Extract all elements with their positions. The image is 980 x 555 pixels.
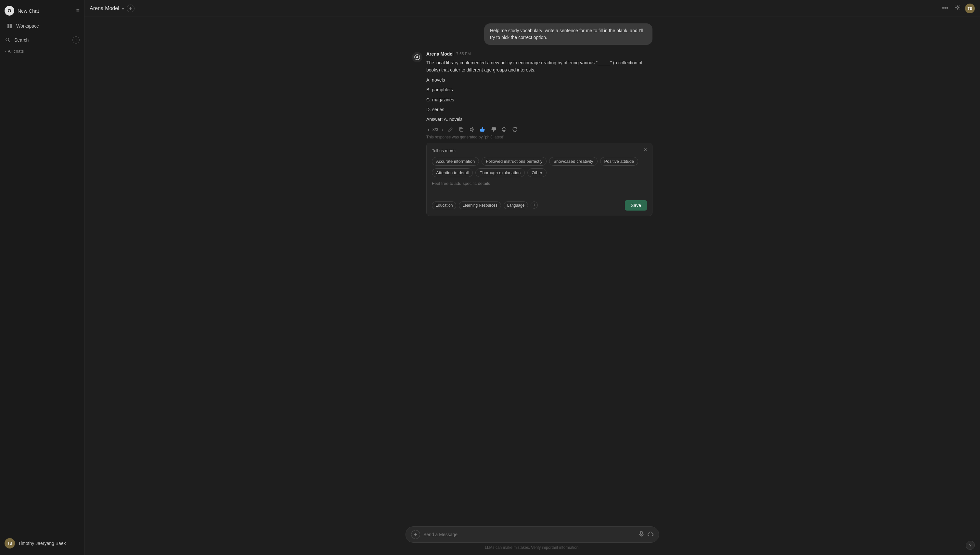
input-box: +: [406, 526, 659, 543]
option-a: A. novels: [426, 76, 653, 83]
thumbdown-button[interactable]: [489, 126, 498, 133]
chevron-right-icon: ›: [5, 49, 6, 54]
svg-point-11: [502, 128, 506, 132]
sidebar: O New Chat ≡ Workspace Search + › All ch…: [0, 0, 85, 555]
assistant-header: Arena Model 7:55 PM: [426, 51, 653, 56]
assistant-content: Arena Model 7:55 PM The local library im…: [426, 51, 653, 216]
thumbup-button[interactable]: [478, 126, 487, 133]
feedback-details-input[interactable]: [432, 181, 647, 194]
search-left: Search: [5, 37, 29, 43]
sidebar-item-workspace[interactable]: Workspace: [2, 19, 82, 32]
chat-area: Help me study vocabulary: write a senten…: [85, 17, 980, 523]
user-name: Timothy Jaeryang Baek: [18, 541, 66, 546]
all-chats-row[interactable]: › All chats: [0, 47, 84, 56]
svg-rect-14: [640, 531, 642, 534]
nav-count: 3/3: [433, 127, 438, 132]
feedback-save-button[interactable]: Save: [625, 200, 647, 210]
headphone-icon[interactable]: [648, 531, 653, 539]
user-message-wrapper: Help me study vocabulary: write a senten…: [412, 23, 653, 45]
option-b: B. pamphlets: [426, 86, 653, 93]
mic-icon[interactable]: [638, 531, 644, 539]
svg-point-8: [416, 56, 418, 58]
emoji-button[interactable]: [500, 126, 508, 133]
user-profile[interactable]: TB Timothy Jaeryang Baek: [0, 534, 84, 552]
tag-other[interactable]: Other: [528, 168, 547, 177]
answer-line: Answer: A. novels: [426, 115, 653, 123]
feedback-tags: Accurate information Followed instructio…: [432, 157, 647, 177]
search-add-icon[interactable]: +: [72, 36, 80, 43]
assistant-message: Arena Model 7:55 PM The local library im…: [412, 51, 653, 216]
all-chats-label: All chats: [8, 49, 24, 54]
assistant-response-text: The local library implemented a new poli…: [426, 59, 653, 74]
svg-line-5: [8, 41, 10, 42]
svg-point-4: [6, 38, 9, 41]
message-input[interactable]: [423, 532, 635, 537]
app-logo: O: [5, 6, 14, 16]
menu-icon[interactable]: ≡: [76, 8, 80, 14]
workspace-label: Workspace: [16, 23, 39, 29]
speak-button[interactable]: [468, 126, 476, 133]
feedback-footer: Education Learning Resources Language + …: [432, 200, 647, 210]
header-add-button[interactable]: +: [127, 5, 135, 12]
edit-button[interactable]: [446, 126, 455, 133]
copy-button[interactable]: [457, 126, 466, 133]
tag-attention[interactable]: Attention to detail: [432, 168, 473, 177]
chat-header: Arena Model ▾ + ••• TB: [85, 0, 980, 17]
svg-rect-17: [652, 534, 653, 536]
user-message-bubble: Help me study vocabulary: write a senten…: [484, 23, 653, 45]
option-c: C. magazines: [426, 96, 653, 103]
svg-point-12: [503, 129, 504, 129]
input-area: + LLMs can make mistakes. Verify importa…: [85, 523, 980, 555]
feedback-close-button[interactable]: ×: [644, 147, 647, 153]
label-learning-resources[interactable]: Learning Resources: [459, 202, 501, 209]
label-education[interactable]: Education: [432, 202, 456, 209]
nav-prev-button[interactable]: ‹: [426, 126, 431, 133]
feedback-labels: Education Learning Resources Language +: [432, 202, 538, 209]
tag-followed[interactable]: Followed instructions perfectly: [481, 157, 547, 166]
svg-rect-2: [8, 26, 10, 28]
header-more-icon[interactable]: •••: [940, 3, 950, 13]
search-label: Search: [14, 37, 29, 43]
assistant-name: Arena Model: [426, 51, 454, 56]
title-chevron-icon[interactable]: ▾: [122, 6, 124, 11]
help-button[interactable]: ?: [966, 541, 975, 550]
new-chat-button[interactable]: O New Chat ≡: [0, 3, 84, 19]
tag-thorough[interactable]: Thorough explanation: [475, 168, 525, 177]
chat-inner: Help me study vocabulary: write a senten…: [406, 23, 659, 223]
disclaimer-text: LLMs can make mistakes. Verify important…: [485, 545, 579, 550]
main-content: Arena Model ▾ + ••• TB Help me study voc…: [85, 0, 980, 555]
add-label-button[interactable]: +: [531, 202, 538, 209]
label-language[interactable]: Language: [504, 202, 528, 209]
feedback-card: × Tell us more: Accurate information Fol…: [426, 143, 653, 216]
workspace-icon: [6, 23, 13, 29]
svg-point-13: [505, 129, 505, 129]
svg-rect-16: [648, 534, 649, 536]
nav-next-button[interactable]: ›: [440, 126, 444, 133]
svg-rect-0: [8, 24, 10, 26]
chat-title: Arena Model: [90, 5, 119, 11]
search-icon: [5, 37, 11, 43]
search-row[interactable]: Search +: [0, 33, 84, 47]
tag-positive[interactable]: Positive attitude: [600, 157, 638, 166]
user-avatar: TB: [5, 538, 15, 549]
assistant-time: 7:55 PM: [456, 52, 471, 56]
new-chat-label: New Chat: [18, 8, 39, 14]
refresh-button[interactable]: [510, 126, 519, 133]
svg-point-6: [957, 6, 959, 8]
svg-rect-1: [10, 24, 12, 26]
feedback-title: Tell us more:: [432, 148, 647, 153]
generated-by-text: This response was generated by "phi3:lat…: [426, 135, 653, 140]
option-d: D. series: [426, 106, 653, 113]
svg-rect-3: [10, 26, 12, 28]
svg-marker-10: [470, 127, 473, 132]
tag-accurate[interactable]: Accurate information: [432, 157, 479, 166]
header-settings-icon[interactable]: [953, 3, 962, 13]
svg-rect-9: [460, 128, 463, 131]
message-actions: ‹ 3/3 ›: [426, 126, 653, 133]
input-add-button[interactable]: +: [411, 530, 420, 539]
tag-creativity[interactable]: Showcased creativity: [549, 157, 597, 166]
assistant-icon: [412, 52, 422, 63]
header-user-avatar[interactable]: TB: [965, 3, 975, 13]
